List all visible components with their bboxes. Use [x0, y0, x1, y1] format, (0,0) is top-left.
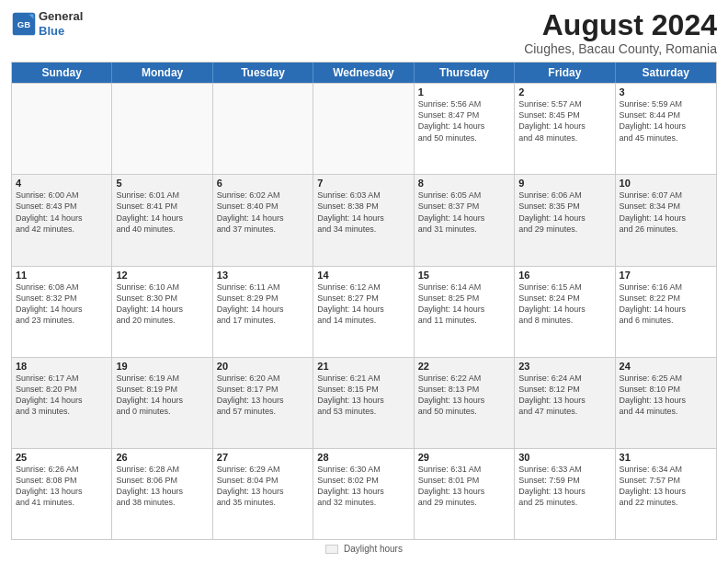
- cal-cell: 17Sunrise: 6:16 AM Sunset: 8:22 PM Dayli…: [616, 267, 716, 357]
- day-number: 27: [217, 452, 309, 463]
- cal-cell: 22Sunrise: 6:22 AM Sunset: 8:13 PM Dayli…: [415, 358, 515, 448]
- calendar-header: SundayMondayTuesdayWednesdayThursdayFrid…: [12, 63, 716, 83]
- cal-cell: 14Sunrise: 6:12 AM Sunset: 8:27 PM Dayli…: [313, 267, 414, 357]
- day-info: Sunrise: 6:33 AM Sunset: 7:59 PM Dayligh…: [518, 464, 610, 509]
- day-info: Sunrise: 6:26 AM Sunset: 8:08 PM Dayligh…: [16, 464, 108, 509]
- cal-cell: 6Sunrise: 6:02 AM Sunset: 8:40 PM Daylig…: [213, 175, 313, 265]
- footer-legend-box: [325, 545, 338, 554]
- day-info: Sunrise: 6:25 AM Sunset: 8:10 PM Dayligh…: [620, 373, 712, 418]
- footer: Daylight hours: [11, 540, 717, 556]
- cal-cell: 28Sunrise: 6:30 AM Sunset: 8:02 PM Dayli…: [313, 449, 414, 539]
- day-number: 1: [418, 86, 510, 98]
- cal-cell: 7Sunrise: 6:03 AM Sunset: 8:38 PM Daylig…: [313, 175, 414, 265]
- cal-cell: 2Sunrise: 5:57 AM Sunset: 8:45 PM Daylig…: [515, 84, 615, 174]
- cal-cell: 23Sunrise: 6:24 AM Sunset: 8:12 PM Dayli…: [515, 358, 615, 448]
- cal-cell: 25Sunrise: 6:26 AM Sunset: 8:08 PM Dayli…: [12, 449, 112, 539]
- cal-cell: 9Sunrise: 6:06 AM Sunset: 8:35 PM Daylig…: [515, 175, 615, 265]
- day-number: 13: [217, 270, 309, 281]
- day-info: Sunrise: 6:30 AM Sunset: 8:02 PM Dayligh…: [317, 464, 409, 509]
- cal-header-wednesday: Wednesday: [313, 63, 414, 83]
- day-info: Sunrise: 6:17 AM Sunset: 8:20 PM Dayligh…: [16, 373, 108, 418]
- day-number: 30: [518, 452, 610, 463]
- cal-cell: 1Sunrise: 5:56 AM Sunset: 8:47 PM Daylig…: [415, 84, 515, 174]
- cal-cell: 31Sunrise: 6:34 AM Sunset: 7:57 PM Dayli…: [616, 449, 716, 539]
- day-info: Sunrise: 5:57 AM Sunset: 8:45 PM Dayligh…: [518, 98, 610, 144]
- day-info: Sunrise: 6:29 AM Sunset: 8:04 PM Dayligh…: [217, 464, 309, 509]
- cal-week-5: 25Sunrise: 6:26 AM Sunset: 8:08 PM Dayli…: [12, 448, 716, 539]
- day-number: 15: [418, 270, 510, 281]
- cal-cell: 29Sunrise: 6:31 AM Sunset: 8:01 PM Dayli…: [415, 449, 515, 539]
- cal-cell: 13Sunrise: 6:11 AM Sunset: 8:29 PM Dayli…: [213, 267, 313, 357]
- day-info: Sunrise: 6:34 AM Sunset: 7:57 PM Dayligh…: [620, 464, 712, 509]
- day-info: Sunrise: 5:56 AM Sunset: 8:47 PM Dayligh…: [418, 98, 510, 144]
- cal-cell: 24Sunrise: 6:25 AM Sunset: 8:10 PM Dayli…: [616, 358, 716, 448]
- day-number: 24: [620, 361, 712, 372]
- calendar: SundayMondayTuesdayWednesdayThursdayFrid…: [11, 62, 717, 540]
- cal-cell: [112, 84, 212, 174]
- cal-header-friday: Friday: [515, 63, 615, 83]
- cal-cell: 8Sunrise: 6:05 AM Sunset: 8:37 PM Daylig…: [415, 175, 515, 265]
- day-info: Sunrise: 6:06 AM Sunset: 8:35 PM Dayligh…: [518, 190, 610, 235]
- main-title: August 2024: [524, 9, 717, 41]
- day-number: 29: [418, 452, 510, 463]
- page-header: GB General Blue August 2024 Ciughes, Bac…: [11, 9, 717, 56]
- cal-cell: 5Sunrise: 6:01 AM Sunset: 8:41 PM Daylig…: [112, 175, 212, 265]
- cal-week-3: 11Sunrise: 6:08 AM Sunset: 8:32 PM Dayli…: [12, 266, 716, 357]
- cal-cell: 27Sunrise: 6:29 AM Sunset: 8:04 PM Dayli…: [213, 449, 313, 539]
- cal-cell: 20Sunrise: 6:20 AM Sunset: 8:17 PM Dayli…: [213, 358, 313, 448]
- day-info: Sunrise: 6:24 AM Sunset: 8:12 PM Dayligh…: [518, 373, 610, 418]
- day-info: Sunrise: 5:59 AM Sunset: 8:44 PM Dayligh…: [620, 98, 712, 144]
- day-number: 11: [16, 270, 108, 281]
- day-number: 16: [518, 270, 610, 281]
- cal-cell: 21Sunrise: 6:21 AM Sunset: 8:15 PM Dayli…: [313, 358, 414, 448]
- cal-cell: 18Sunrise: 6:17 AM Sunset: 8:20 PM Dayli…: [12, 358, 112, 448]
- day-number: 18: [16, 361, 108, 372]
- subtitle: Ciughes, Bacau County, Romania: [524, 41, 717, 56]
- day-info: Sunrise: 6:11 AM Sunset: 8:29 PM Dayligh…: [217, 282, 309, 327]
- day-info: Sunrise: 6:08 AM Sunset: 8:32 PM Dayligh…: [16, 282, 108, 327]
- day-info: Sunrise: 6:07 AM Sunset: 8:34 PM Dayligh…: [620, 190, 712, 235]
- day-number: 17: [620, 270, 712, 281]
- cal-cell: 19Sunrise: 6:19 AM Sunset: 8:19 PM Dayli…: [112, 358, 212, 448]
- day-number: 12: [116, 270, 208, 281]
- cal-cell: 16Sunrise: 6:15 AM Sunset: 8:24 PM Dayli…: [515, 267, 615, 357]
- logo-line2: Blue: [39, 24, 83, 39]
- cal-cell: 4Sunrise: 6:00 AM Sunset: 8:43 PM Daylig…: [12, 175, 112, 265]
- day-info: Sunrise: 6:15 AM Sunset: 8:24 PM Dayligh…: [518, 282, 610, 327]
- day-info: Sunrise: 6:10 AM Sunset: 8:30 PM Dayligh…: [116, 282, 208, 327]
- day-info: Sunrise: 6:28 AM Sunset: 8:06 PM Dayligh…: [116, 464, 208, 509]
- day-number: 3: [620, 86, 712, 98]
- day-number: 2: [518, 86, 610, 98]
- day-number: 4: [16, 178, 108, 189]
- day-number: 21: [317, 361, 409, 372]
- day-info: Sunrise: 6:20 AM Sunset: 8:17 PM Dayligh…: [217, 373, 309, 418]
- day-info: Sunrise: 6:19 AM Sunset: 8:19 PM Dayligh…: [116, 373, 208, 418]
- cal-cell: 30Sunrise: 6:33 AM Sunset: 7:59 PM Dayli…: [515, 449, 615, 539]
- cal-cell: 26Sunrise: 6:28 AM Sunset: 8:06 PM Dayli…: [112, 449, 212, 539]
- cal-cell: 10Sunrise: 6:07 AM Sunset: 8:34 PM Dayli…: [616, 175, 716, 265]
- cal-header-thursday: Thursday: [415, 63, 515, 83]
- day-number: 28: [317, 452, 409, 463]
- logo: GB General Blue: [11, 9, 83, 38]
- cal-cell: [313, 84, 414, 174]
- logo-text: General Blue: [39, 9, 83, 38]
- day-info: Sunrise: 6:31 AM Sunset: 8:01 PM Dayligh…: [418, 464, 510, 509]
- day-number: 20: [217, 361, 309, 372]
- day-info: Sunrise: 6:02 AM Sunset: 8:40 PM Dayligh…: [217, 190, 309, 235]
- day-info: Sunrise: 6:05 AM Sunset: 8:37 PM Dayligh…: [418, 190, 510, 235]
- cal-header-sunday: Sunday: [12, 63, 112, 83]
- page-container: GB General Blue August 2024 Ciughes, Bac…: [0, 0, 728, 563]
- logo-line1: General: [39, 9, 83, 24]
- cal-week-2: 4Sunrise: 6:00 AM Sunset: 8:43 PM Daylig…: [12, 174, 716, 265]
- day-info: Sunrise: 6:03 AM Sunset: 8:38 PM Dayligh…: [317, 190, 409, 235]
- day-number: 19: [116, 361, 208, 372]
- day-number: 14: [317, 270, 409, 281]
- day-number: 22: [418, 361, 510, 372]
- cal-cell: 15Sunrise: 6:14 AM Sunset: 8:25 PM Dayli…: [415, 267, 515, 357]
- day-info: Sunrise: 6:14 AM Sunset: 8:25 PM Dayligh…: [418, 282, 510, 327]
- cal-cell: [12, 84, 112, 174]
- cal-header-monday: Monday: [112, 63, 212, 83]
- day-number: 8: [418, 178, 510, 189]
- day-info: Sunrise: 6:22 AM Sunset: 8:13 PM Dayligh…: [418, 373, 510, 418]
- title-block: August 2024 Ciughes, Bacau County, Roman…: [524, 9, 717, 56]
